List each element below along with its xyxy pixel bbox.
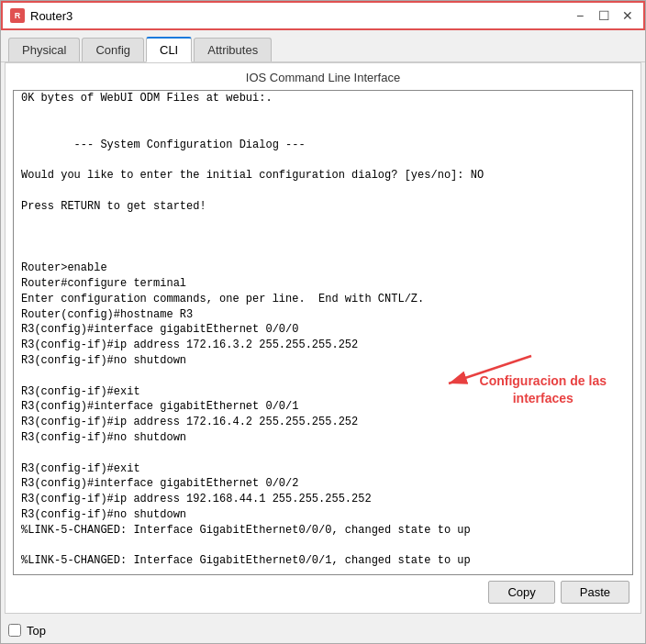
window-title: Router3 [30,9,72,23]
router-icon: R [10,8,25,23]
top-checkbox[interactable] [8,624,21,637]
tab-config[interactable]: Config [82,38,144,61]
close-button[interactable]: ✕ [619,7,636,24]
bottom-bar: Top [1,617,645,643]
title-controls: − ☐ ✕ [572,7,636,24]
terminal-textarea[interactable]: 32768K bytes of non-volatile configurati… [14,91,632,574]
content-area: IOS Command Line Interface 32768K bytes … [5,62,641,614]
tab-bar: Physical Config CLI Attributes [1,30,645,62]
button-row: Copy Paste [13,575,633,605]
maximize-button[interactable]: ☐ [596,7,612,24]
paste-button[interactable]: Paste [561,581,629,604]
icon-letter: R [15,11,21,20]
copy-button[interactable]: Copy [488,581,554,604]
main-window: R Router3 − ☐ ✕ Physical Config CLI Attr… [0,0,646,644]
minimize-button[interactable]: − [572,7,588,24]
top-label: Top [27,624,46,638]
terminal-container[interactable]: 32768K bytes of non-volatile configurati… [13,90,633,575]
tab-cli[interactable]: CLI [146,37,192,62]
tab-physical[interactable]: Physical [8,38,80,61]
tab-attributes[interactable]: Attributes [194,38,272,61]
title-bar: R Router3 − ☐ ✕ [1,1,645,30]
cli-heading: IOS Command Line Interface [13,71,633,84]
title-bar-left: R Router3 [10,8,72,23]
